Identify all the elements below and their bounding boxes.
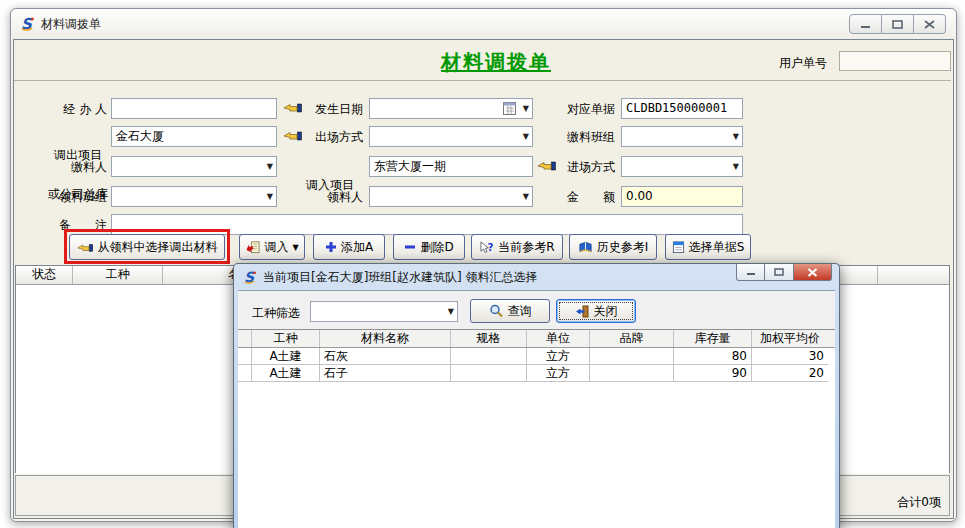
column-header-worktype[interactable]: 工种 bbox=[252, 330, 320, 347]
current-reference-button[interactable]: ? 当前参考R bbox=[471, 234, 563, 260]
popup-grid: 工种 材料名称 规格 单位 品牌 库存量 加权平均价 A土建 石灰 立方 80 … bbox=[238, 329, 835, 528]
dropdown-arrow-icon[interactable]: ▼ bbox=[523, 192, 529, 201]
popup-titlebar[interactable]: S 当前项目[金石大厦]班组[赵水建筑队] 领料汇总选择 bbox=[234, 264, 839, 290]
column-header-avgprice[interactable]: 加权平均价 bbox=[752, 330, 828, 347]
date-label: 发生日期 bbox=[303, 101, 363, 117]
column-header-blank[interactable] bbox=[878, 266, 949, 284]
transfer-in-button[interactable]: 调入 ▼ bbox=[239, 234, 305, 260]
column-header-material[interactable]: 材料名称 bbox=[320, 330, 451, 347]
app-icon: S bbox=[242, 270, 257, 285]
column-header-stock[interactable]: 库存量 bbox=[674, 330, 752, 347]
hand-picker-icon bbox=[77, 241, 94, 254]
operator-label: 经 办 人 bbox=[19, 101, 107, 117]
column-header-spec[interactable]: 规格 bbox=[451, 330, 527, 347]
row-selector[interactable] bbox=[238, 348, 252, 365]
pay-team-label: 缴料班组 bbox=[557, 129, 615, 145]
filter-combobox[interactable]: ▼ bbox=[310, 301, 458, 322]
hand-picker-icon[interactable] bbox=[283, 128, 305, 144]
doc-no-label: 对应单据 bbox=[557, 101, 615, 117]
amount-label: 金 额 bbox=[557, 189, 615, 205]
column-header-worktype[interactable]: 工种 bbox=[73, 266, 163, 284]
select-document-button[interactable]: 选择单据S bbox=[665, 234, 751, 260]
app-icon: S bbox=[19, 16, 35, 32]
row-selector-header bbox=[238, 330, 252, 347]
total-count: 合计0项 bbox=[897, 494, 941, 511]
popup-minimize-button[interactable] bbox=[736, 264, 765, 281]
dropdown-arrow-icon[interactable]: ▼ bbox=[523, 132, 529, 141]
hand-picker-icon[interactable] bbox=[537, 158, 559, 174]
popup-maximize-button[interactable] bbox=[765, 264, 794, 281]
row-selector[interactable] bbox=[238, 365, 252, 382]
doc-no-input[interactable]: CLDBD150000001 bbox=[621, 98, 743, 119]
maximize-icon bbox=[892, 20, 903, 29]
popup-window-controls bbox=[736, 264, 832, 281]
popup-window: S 当前项目[金石大厦]班组[赵水建筑队] 领料汇总选择 工种筛选 ▼ 查询 关… bbox=[233, 263, 840, 528]
book-icon bbox=[578, 241, 593, 254]
dropdown-arrow-icon: ▼ bbox=[292, 243, 298, 252]
window-title: 材料调拨单 bbox=[41, 16, 101, 33]
minimize-icon bbox=[860, 20, 871, 29]
out-mode-combobox[interactable]: 班组缴料 ▼ bbox=[369, 126, 533, 147]
plus-icon bbox=[325, 241, 337, 253]
pay-team-combobox[interactable]: 赵水建筑队 ▼ bbox=[621, 126, 743, 147]
minimize-button[interactable] bbox=[849, 14, 882, 34]
user-no-label: 用户单号 bbox=[779, 55, 827, 72]
dropdown-arrow-icon[interactable]: ▼ bbox=[733, 132, 739, 141]
minus-icon bbox=[404, 241, 416, 253]
notepad-icon bbox=[672, 240, 685, 254]
maximize-button[interactable] bbox=[882, 14, 914, 34]
user-no-input[interactable] bbox=[839, 51, 951, 71]
popup-client: 工种筛选 ▼ 查询 关闭 工种 材料名称 规格 单位 品牌 库存量 加权平均价 bbox=[238, 290, 835, 528]
delete-button[interactable]: 删除D bbox=[393, 234, 465, 260]
history-reference-button[interactable]: 历史参考I bbox=[569, 234, 657, 260]
payer-label: 缴料人 bbox=[19, 159, 107, 175]
date-dropdown-icon[interactable]: ▼ bbox=[523, 104, 529, 113]
out-project-input[interactable]: 金石大厦 bbox=[111, 126, 277, 147]
close-icon bbox=[807, 268, 818, 277]
in-mode-combobox[interactable]: 直进项目 ▼ bbox=[621, 156, 743, 177]
amount-input[interactable]: 0.00 bbox=[621, 186, 743, 207]
dropdown-arrow-icon[interactable]: ▼ bbox=[267, 162, 273, 171]
magnifier-icon bbox=[489, 304, 503, 318]
column-header-brand[interactable]: 品牌 bbox=[590, 330, 674, 347]
svg-text:?: ? bbox=[488, 242, 494, 253]
dropdown-arrow-icon[interactable]: ▼ bbox=[733, 162, 739, 171]
table-row[interactable]: A土建 石灰 立方 80 30 bbox=[238, 348, 835, 365]
close-button[interactable] bbox=[914, 14, 946, 34]
operator-input[interactable] bbox=[111, 98, 277, 119]
picker-label: 领料人 bbox=[303, 189, 363, 205]
hand-picker-icon[interactable] bbox=[283, 100, 305, 116]
filter-label: 工种筛选 bbox=[252, 305, 300, 322]
column-header-unit[interactable]: 单位 bbox=[527, 330, 590, 347]
transfer-in-icon bbox=[245, 240, 260, 254]
main-titlebar[interactable]: S 材料调拨单 bbox=[11, 9, 956, 39]
calendar-icon[interactable] bbox=[503, 102, 516, 115]
popup-grid-header: 工种 材料名称 规格 单位 品牌 库存量 加权平均价 bbox=[238, 330, 835, 348]
window-controls bbox=[849, 14, 946, 34]
remark-input[interactable] bbox=[111, 214, 743, 235]
maximize-icon bbox=[774, 268, 784, 276]
date-input[interactable]: 2015-05-22 ▼ bbox=[369, 98, 533, 119]
popup-title: 当前项目[金石大厦]班组[赵水建筑队] 领料汇总选择 bbox=[263, 269, 538, 286]
close-dialog-button[interactable]: 关闭 bbox=[556, 299, 636, 323]
picker-combobox[interactable]: ▼ bbox=[369, 186, 533, 207]
remark-label: 备 注 bbox=[19, 217, 107, 233]
table-row[interactable]: A土建 石子 立方 90 20 bbox=[238, 365, 835, 382]
dropdown-arrow-icon[interactable]: ▼ bbox=[267, 192, 273, 201]
column-header-status[interactable]: 状态 bbox=[16, 266, 73, 284]
form-title: 材料调拨单 bbox=[411, 49, 581, 76]
out-mode-label: 出场方式 bbox=[303, 129, 363, 145]
dropdown-arrow-icon[interactable]: ▼ bbox=[448, 307, 454, 316]
select-from-pick-button[interactable]: 从领料中选择调出材料 bbox=[69, 234, 225, 260]
in-project-input[interactable]: 东营大厦一期 bbox=[369, 156, 533, 177]
payer-combobox[interactable]: ▼ bbox=[111, 156, 277, 177]
close-icon bbox=[924, 20, 935, 29]
add-button[interactable]: 添加A bbox=[313, 234, 385, 260]
minimize-icon bbox=[746, 268, 756, 276]
pick-team-label: 领料班组 bbox=[19, 189, 107, 205]
in-mode-label: 进场方式 bbox=[557, 159, 615, 175]
pick-team-combobox[interactable]: 王猛建筑队1 ▼ bbox=[111, 186, 277, 207]
popup-close-button[interactable] bbox=[794, 264, 832, 281]
exit-door-icon bbox=[575, 305, 589, 318]
query-button[interactable]: 查询 bbox=[470, 299, 550, 323]
